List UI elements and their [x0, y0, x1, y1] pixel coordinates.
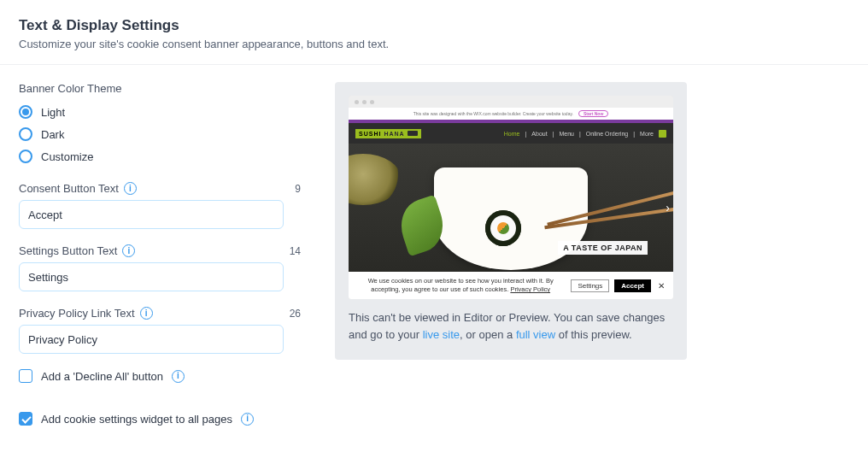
info-icon[interactable]: i [124, 182, 137, 195]
nav-home: Home [504, 131, 520, 137]
settings-form: Banner Color Theme Light Dark Customize … [19, 82, 301, 426]
hero-tagline: A TASTE OF JAPAN [558, 241, 648, 255]
radio-icon [19, 127, 32, 141]
cookie-settings-button: Settings [571, 279, 609, 292]
theme-option-light[interactable]: Light [19, 105, 301, 119]
carousel-next-icon: › [666, 201, 670, 214]
decline-checkbox[interactable] [19, 369, 32, 383]
widget-checkbox[interactable] [19, 412, 32, 426]
theme-option-customize[interactable]: Customize [19, 150, 301, 163]
decline-label: Add a 'Decline All' button [41, 370, 163, 383]
theme-option-dark[interactable]: Dark [19, 127, 301, 141]
nav-about: About [531, 131, 547, 137]
consent-count: 9 [295, 183, 301, 195]
wix-ad-strip: This site was designed with the WIX.com … [349, 108, 673, 120]
info-icon[interactable]: i [172, 370, 185, 383]
info-icon[interactable]: i [241, 413, 254, 426]
preview-browser: This site was designed with the WIX.com … [349, 96, 673, 299]
bowl-graphic [349, 154, 402, 205]
nav-links: Home | About | Menu | Online Ordering | … [504, 130, 666, 138]
settings-btn-field: Settings Button Text i 14 [19, 244, 301, 291]
sushi-graphic [485, 210, 521, 246]
dot-icon [355, 100, 359, 104]
wix-ad-text: This site was designed with the WIX.com … [413, 111, 573, 116]
cart-icon [659, 130, 666, 138]
widget-label: Add cookie settings widget to all pages [41, 413, 232, 426]
logo-text-a: SUSHI [359, 131, 381, 137]
nav-more: More [640, 131, 654, 137]
cookie-banner: We use cookies on our website to see how… [349, 272, 673, 299]
settings-btn-count: 14 [290, 245, 301, 257]
radio-icon [19, 150, 32, 163]
wix-ad-button: Start Now [578, 110, 608, 117]
cookie-text: We use cookies on our website to see how… [355, 277, 566, 294]
dot-icon [362, 100, 367, 104]
hero-image: A TASTE OF JAPAN › [349, 144, 673, 272]
consent-label: Consent Button Text [19, 182, 119, 195]
widget-row: Add cookie settings widget to all pages … [19, 412, 301, 426]
close-icon: ✕ [656, 281, 666, 291]
logo-text-b: HANA [384, 131, 404, 137]
site-nav: SUSHIHANA Home | About | Menu | Online O… [349, 123, 673, 144]
cookie-privacy-link: Privacy Policy [510, 285, 550, 293]
theme-radio-group: Light Dark Customize [19, 105, 301, 163]
info-icon[interactable]: i [122, 244, 135, 257]
page-header: Text & Display Settings Customize your s… [0, 0, 868, 65]
theme-label: Banner Color Theme [19, 82, 301, 95]
privacy-label: Privacy Policy Link Text [19, 307, 135, 320]
nav-order: Online Ordering [586, 131, 628, 137]
consent-input[interactable] [19, 200, 284, 229]
consent-field: Consent Button Text i 9 [19, 182, 301, 229]
full-view-link[interactable]: full view [516, 328, 555, 341]
theme-option-label: Dark [41, 128, 64, 141]
live-site-link[interactable]: live site [423, 328, 460, 341]
cookie-accept-button: Accept [614, 279, 651, 292]
privacy-count: 26 [290, 308, 301, 320]
chopsticks-icon [408, 131, 418, 136]
privacy-input[interactable] [19, 325, 284, 354]
browser-traffic-lights [349, 96, 673, 108]
radio-icon [19, 105, 32, 119]
page-title: Text & Display Settings [19, 17, 849, 34]
page-subtitle: Customize your site's cookie consent ban… [19, 38, 849, 50]
preview-panel: This site was designed with the WIX.com … [335, 82, 687, 360]
settings-btn-input[interactable] [19, 262, 284, 291]
decline-row: Add a 'Decline All' button i [19, 369, 301, 383]
dot-icon [370, 100, 374, 104]
theme-option-label: Customize [41, 150, 93, 163]
settings-btn-label: Settings Button Text [19, 244, 117, 257]
site-logo: SUSHIHANA [355, 129, 421, 138]
privacy-field: Privacy Policy Link Text i 26 [19, 307, 301, 354]
info-icon[interactable]: i [140, 307, 153, 320]
nav-menu: Menu [559, 131, 574, 137]
preview-note: This can't be viewed in Editor or Previe… [349, 309, 673, 343]
theme-option-label: Light [41, 106, 65, 119]
